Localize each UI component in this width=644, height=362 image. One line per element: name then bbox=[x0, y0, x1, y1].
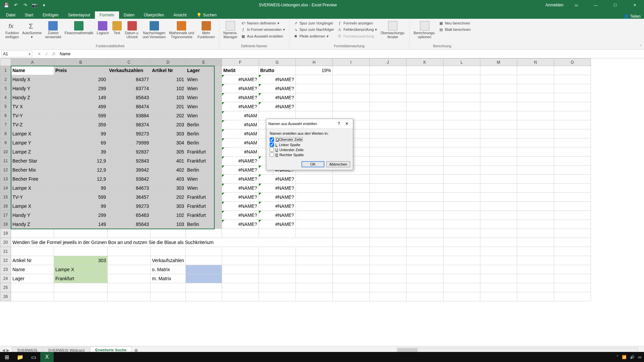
remove-arrows-button[interactable]: ✖Pfeile entfernen ▾ bbox=[292, 34, 335, 39]
cell-B13[interactable]: 12,9 bbox=[54, 175, 108, 184]
cell-G17[interactable]: #NAME? bbox=[259, 211, 296, 220]
lookup-button[interactable]: Nachschlagen und Verweisen bbox=[141, 20, 167, 40]
cell[interactable] bbox=[406, 120, 443, 129]
cell-B5[interactable]: 499 bbox=[54, 102, 108, 111]
cell[interactable] bbox=[554, 274, 591, 283]
cell[interactable] bbox=[11, 292, 54, 301]
cell[interactable] bbox=[406, 265, 443, 274]
row-header-4[interactable]: 4 bbox=[0, 93, 11, 102]
cell[interactable] bbox=[443, 184, 480, 193]
cell-A6[interactable]: TV-Y bbox=[11, 111, 54, 120]
cell[interactable] bbox=[222, 274, 259, 283]
cell[interactable] bbox=[185, 256, 222, 265]
math-trig-button[interactable]: Mathematik und Trigonometrie bbox=[168, 20, 196, 40]
cell[interactable] bbox=[406, 138, 443, 147]
cell-F7[interactable]: #NAM bbox=[222, 120, 259, 129]
cell[interactable] bbox=[332, 274, 369, 283]
cancel-button[interactable]: Abbrechen bbox=[326, 161, 350, 167]
cell[interactable] bbox=[369, 256, 406, 265]
cell-E7[interactable]: Berlin bbox=[185, 120, 222, 129]
cell-F13[interactable]: #NAME? bbox=[222, 175, 259, 184]
cell-B24[interactable]: Frankfurt bbox=[54, 274, 108, 283]
cell[interactable] bbox=[108, 247, 151, 256]
enter-formula-icon[interactable]: ✓ bbox=[43, 52, 50, 56]
cell[interactable] bbox=[480, 193, 517, 202]
cell[interactable] bbox=[554, 229, 591, 238]
cell[interactable] bbox=[480, 184, 517, 193]
cell-C3[interactable]: 83774 bbox=[108, 84, 151, 93]
cell[interactable] bbox=[369, 229, 406, 238]
financial-button[interactable]: Finanzmathematik bbox=[63, 20, 95, 40]
cell-B16[interactable]: 99 bbox=[54, 202, 108, 211]
cell[interactable] bbox=[517, 157, 554, 166]
cell-B11[interactable]: 12,9 bbox=[54, 157, 108, 166]
cell[interactable] bbox=[296, 256, 332, 265]
cell[interactable] bbox=[554, 292, 591, 301]
ribbon-mode-icon[interactable]: ▭ bbox=[570, 0, 583, 10]
cell[interactable] bbox=[369, 211, 406, 220]
cell-D2[interactable]: 101 bbox=[151, 75, 186, 84]
row-header-22[interactable]: 22 bbox=[0, 256, 11, 265]
cell[interactable] bbox=[554, 138, 591, 147]
cell[interactable] bbox=[222, 265, 259, 274]
cell[interactable] bbox=[406, 111, 443, 120]
language-indicator[interactable]: ▭ bbox=[638, 355, 641, 359]
col-header-E[interactable]: E bbox=[185, 59, 222, 66]
cell-A15[interactable]: TV-Y bbox=[11, 193, 54, 202]
cell-F10[interactable]: #NAM bbox=[222, 147, 259, 157]
cell[interactable] bbox=[480, 274, 517, 283]
tab-formeln[interactable]: Formeln bbox=[95, 11, 119, 19]
cell[interactable] bbox=[332, 202, 369, 211]
cell[interactable] bbox=[108, 265, 151, 274]
cell[interactable] bbox=[108, 229, 151, 238]
recently-used-button[interactable]: Zuletzt verwendet bbox=[44, 20, 62, 40]
cell-A14[interactable]: Lampe X bbox=[11, 184, 54, 193]
cell[interactable] bbox=[517, 292, 554, 301]
cell[interactable] bbox=[480, 66, 517, 75]
cell[interactable] bbox=[332, 93, 369, 102]
cell-A11[interactable]: Becher Star bbox=[11, 157, 54, 166]
cell[interactable] bbox=[443, 211, 480, 220]
cell-D13[interactable]: 403 bbox=[151, 175, 186, 184]
cell[interactable] bbox=[480, 229, 517, 238]
cell-G4[interactable]: #NAME? bbox=[259, 93, 296, 102]
cell[interactable] bbox=[406, 102, 443, 111]
excel-taskbar-icon[interactable]: X bbox=[40, 352, 54, 362]
cell-D7[interactable]: 203 bbox=[151, 120, 186, 129]
cell[interactable] bbox=[369, 238, 406, 247]
cell[interactable] bbox=[406, 193, 443, 202]
cell[interactable] bbox=[185, 247, 222, 256]
cell[interactable] bbox=[369, 202, 406, 211]
cell-B14[interactable]: 99 bbox=[54, 184, 108, 193]
cell[interactable] bbox=[443, 93, 480, 102]
cell[interactable] bbox=[406, 175, 443, 184]
cell[interactable] bbox=[369, 175, 406, 184]
cell-D10[interactable]: 305 bbox=[151, 147, 186, 157]
cell[interactable] bbox=[332, 184, 369, 193]
cell[interactable] bbox=[554, 166, 591, 175]
cell-C11[interactable]: 92843 bbox=[108, 157, 151, 166]
cell[interactable] bbox=[406, 220, 443, 229]
right-col-checkbox[interactable]: RRechter Spalte bbox=[270, 152, 350, 157]
cell[interactable] bbox=[517, 238, 554, 247]
cell-G2[interactable]: #NAME? bbox=[259, 75, 296, 84]
row-header-15[interactable]: 15 bbox=[0, 193, 11, 202]
cell[interactable] bbox=[443, 120, 480, 129]
row-header-11[interactable]: 11 bbox=[0, 157, 11, 166]
define-name-button[interactable]: 🏷Namen definieren ▾ bbox=[239, 20, 286, 26]
cell-E4[interactable]: Wien bbox=[185, 93, 222, 102]
cell[interactable] bbox=[443, 175, 480, 184]
cell[interactable] bbox=[517, 93, 554, 102]
cell[interactable] bbox=[480, 129, 517, 138]
left-col-checkbox[interactable]: LLinker Spalte bbox=[270, 142, 350, 147]
cell[interactable] bbox=[443, 238, 480, 247]
cell[interactable] bbox=[480, 247, 517, 256]
cell[interactable] bbox=[517, 211, 554, 220]
cell[interactable] bbox=[406, 166, 443, 175]
dialog-help-button[interactable]: ? bbox=[335, 120, 343, 127]
cell[interactable] bbox=[554, 193, 591, 202]
tab-ueberpruefen[interactable]: Überprüfen bbox=[139, 11, 169, 19]
cell[interactable] bbox=[480, 292, 517, 301]
cell-C5[interactable]: 88474 bbox=[108, 102, 151, 111]
share-button[interactable]: 👤Teilen bbox=[624, 14, 644, 19]
